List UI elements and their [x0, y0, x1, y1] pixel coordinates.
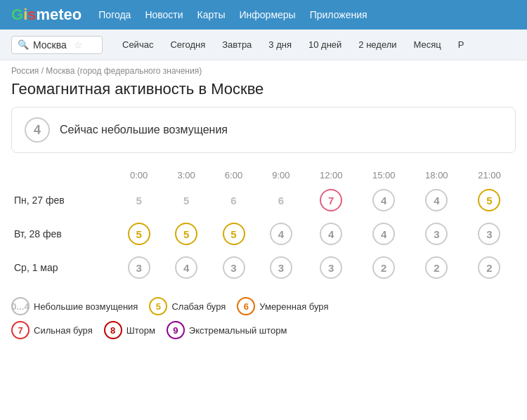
table-row: Ср, 1 мар34333222: [11, 251, 516, 284]
geo-value-0-6: 4: [410, 183, 463, 217]
col-header-time-300: 3:00: [162, 167, 209, 183]
nav-prilojeniya[interactable]: Приложения: [310, 9, 367, 20]
legend: 0...4Небольшие возмущения5Слабая буря6Ум…: [11, 297, 516, 339]
legend-item: 5Слабая буря: [149, 297, 226, 315]
search-icon: 🔍: [18, 39, 29, 50]
tab-mesyac[interactable]: Месяц: [405, 35, 450, 54]
col-header-day: [11, 167, 115, 183]
table-row: Пн, 27 фев55667445: [11, 183, 516, 217]
legend-circle: 6: [237, 297, 255, 315]
legend-label: Экстремальный шторм: [189, 325, 287, 336]
nav-pogoda[interactable]: Погода: [98, 9, 131, 20]
nav-informery[interactable]: Информеры: [240, 9, 296, 20]
geo-value-2-0: 3: [115, 251, 162, 284]
current-status-text: Сейчас небольшие возмущения: [60, 124, 228, 136]
col-header-time-600: 6:00: [210, 167, 257, 183]
tab-r[interactable]: P: [450, 35, 473, 54]
geo-value-2-6: 2: [410, 251, 463, 284]
search-box[interactable]: 🔍 Москва ☆: [11, 36, 103, 54]
col-header-time-1800: 18:00: [410, 167, 463, 183]
legend-circle: 8: [104, 321, 122, 339]
legend-row: 7Сильная буря8Шторм9Экстремальный шторм: [11, 321, 287, 339]
search-city: Москва: [33, 39, 67, 51]
main-content: 4 Сейчас небольшие возмущения 0:003:006:…: [0, 107, 527, 350]
tab-3dnya[interactable]: 3 дня: [260, 35, 300, 54]
tab-10dney[interactable]: 10 дней: [300, 35, 350, 54]
legend-circle: 5: [149, 297, 167, 315]
table-row: Вт, 28 фев55544433: [11, 217, 516, 251]
geo-value-2-4: 3: [305, 251, 358, 284]
geo-value-2-3: 3: [257, 251, 304, 284]
geo-value-0-0: 5: [115, 183, 162, 217]
logo-g: G: [11, 6, 23, 24]
nav-tabs: Сейчас Сегодня Завтра 3 дня 10 дней 2 не…: [114, 35, 472, 54]
tab-seychas[interactable]: Сейчас: [114, 35, 162, 54]
geo-value-1-2: 5: [210, 217, 257, 251]
geo-value-1-1: 5: [162, 217, 209, 251]
logo: Gismeteo: [11, 6, 82, 24]
geo-value-1-7: 3: [463, 217, 516, 251]
geo-value-0-4: 7: [305, 183, 358, 217]
day-label-0: Пн, 27 фев: [11, 183, 115, 217]
legend-item: 6Умеренная буря: [237, 297, 328, 315]
geo-value-2-5: 2: [358, 251, 410, 284]
header: Gismeteo Погода Новости Карты Информеры …: [0, 0, 527, 29]
col-header-time-000: 0:00: [115, 167, 162, 183]
day-label-1: Вт, 28 фев: [11, 217, 115, 251]
geo-value-0-7: 5: [463, 183, 516, 217]
legend-circle: 7: [11, 321, 30, 339]
legend-circle: 9: [167, 321, 185, 339]
geo-value-1-5: 4: [358, 217, 410, 251]
logo-meteo: meteo: [37, 6, 82, 24]
geo-value-0-1: 5: [162, 183, 209, 217]
geo-value-0-5: 4: [358, 183, 410, 217]
geo-value-1-0: 5: [115, 217, 162, 251]
legend-item: 9Экстремальный шторм: [167, 321, 287, 339]
tab-zavtra[interactable]: Завтра: [214, 35, 260, 54]
legend-label: Небольшие возмущения: [34, 301, 138, 312]
geo-value-2-1: 4: [162, 251, 209, 284]
legend-item: 7Сильная буря: [11, 321, 93, 339]
geo-value-0-3: 6: [257, 183, 304, 217]
col-header-time-1200: 12:00: [305, 167, 358, 183]
day-label-2: Ср, 1 мар: [11, 251, 115, 284]
col-header-time-1500: 15:00: [358, 167, 410, 183]
legend-row: 0...4Небольшие возмущения5Слабая буря6Ум…: [11, 297, 328, 315]
geo-value-2-2: 3: [210, 251, 257, 284]
tab-segodnya[interactable]: Сегодня: [162, 35, 214, 54]
geo-table: 0:003:006:009:0012:0015:0018:0021:00 Пн,…: [11, 167, 516, 284]
nav-karty[interactable]: Карты: [197, 9, 226, 20]
favorite-icon[interactable]: ☆: [74, 39, 83, 51]
legend-item: 8Шторм: [104, 321, 155, 339]
geo-value-1-4: 4: [305, 217, 358, 251]
current-status-badge: 4: [25, 117, 50, 143]
legend-item: 0...4Небольшие возмущения: [11, 297, 138, 315]
nav-links: Погода Новости Карты Информеры Приложени…: [98, 9, 367, 20]
legend-label: Сильная буря: [34, 325, 93, 336]
search-bar: 🔍 Москва ☆ Сейчас Сегодня Завтра 3 дня 1…: [0, 29, 527, 60]
geo-value-1-6: 3: [410, 217, 463, 251]
tab-2nedeli[interactable]: 2 недели: [350, 35, 405, 54]
nav-novosti[interactable]: Новости: [145, 9, 183, 20]
current-status-card: 4 Сейчас небольшие возмущения: [11, 107, 516, 153]
legend-label: Умеренная буря: [259, 301, 328, 312]
col-header-time-2100: 21:00: [463, 167, 516, 183]
page-title: Геомагнитная активность в Москве: [0, 77, 527, 107]
legend-label: Слабая буря: [171, 301, 226, 312]
breadcrumb: Россия / Москва (город федерального знач…: [0, 60, 527, 77]
geo-value-1-3: 4: [257, 217, 304, 251]
legend-circle: 0...4: [11, 297, 30, 315]
geo-value-2-7: 2: [463, 251, 516, 284]
logo-s: s: [27, 6, 36, 24]
geo-value-0-2: 6: [210, 183, 257, 217]
legend-label: Шторм: [126, 325, 155, 336]
col-header-time-900: 9:00: [257, 167, 304, 183]
